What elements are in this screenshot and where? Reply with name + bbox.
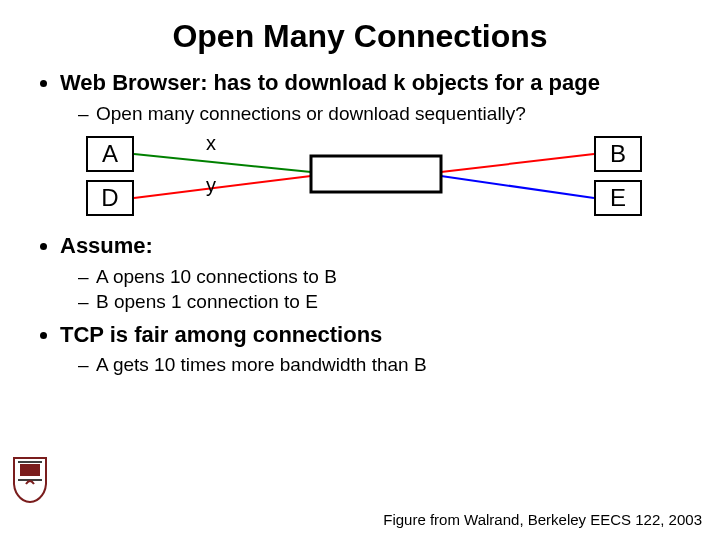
- brown-university-crest-icon: [12, 456, 48, 504]
- bullet-tcp-fair: TCP is fair among connections A gets 10 …: [60, 321, 684, 378]
- node-a: A: [86, 136, 134, 172]
- bullet-tcp-fair-text: TCP is fair among connections: [60, 322, 382, 347]
- sub-b-opens-1: B opens 1 connection to E: [78, 289, 684, 315]
- router-box: [311, 156, 441, 192]
- diagram: A D B E x y: [86, 132, 684, 222]
- line-router-e: [441, 176, 594, 198]
- slide: Open Many Connections Web Browser: has t…: [0, 0, 720, 540]
- sub-a-10x-bandwidth: A gets 10 times more bandwidth than B: [78, 352, 684, 378]
- bullet-web-browser-text: Web Browser: has to download k objects f…: [60, 70, 600, 95]
- bullet-list-2: Assume: A opens 10 connections to B B op…: [36, 232, 684, 378]
- line-a-router: [134, 154, 311, 172]
- line-router-b: [441, 154, 594, 172]
- bullet-assume: Assume: A opens 10 connections to B B op…: [60, 232, 684, 315]
- bullet-assume-text: Assume:: [60, 233, 153, 258]
- slide-title: Open Many Connections: [36, 18, 684, 55]
- label-y: y: [206, 174, 216, 197]
- sublist-2: A opens 10 connections to B B opens 1 co…: [60, 264, 684, 315]
- label-x: x: [206, 132, 216, 155]
- sublist-1: Open many connections or download sequen…: [60, 101, 684, 127]
- sub-open-many: Open many connections or download sequen…: [78, 101, 684, 127]
- svg-rect-0: [20, 464, 40, 476]
- bullet-web-browser: Web Browser: has to download k objects f…: [60, 69, 684, 126]
- node-b: B: [594, 136, 642, 172]
- sublist-3: A gets 10 times more bandwidth than B: [60, 352, 684, 378]
- sub-a-opens-10: A opens 10 connections to B: [78, 264, 684, 290]
- line-d-router: [134, 176, 311, 198]
- bullet-list-1: Web Browser: has to download k objects f…: [36, 69, 684, 126]
- diagram-svg: [86, 132, 646, 222]
- figure-credit: Figure from Walrand, Berkeley EECS 122, …: [383, 511, 702, 528]
- node-d: D: [86, 180, 134, 216]
- node-e: E: [594, 180, 642, 216]
